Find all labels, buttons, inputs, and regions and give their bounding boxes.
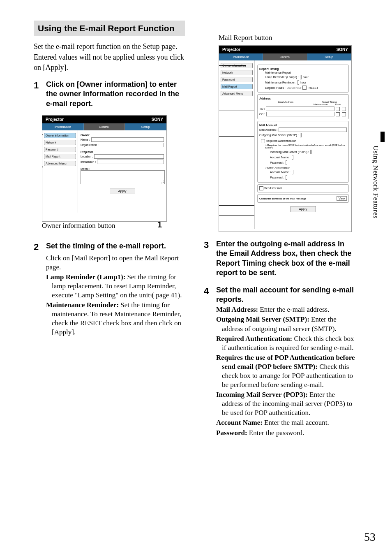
org-input	[100, 143, 164, 147]
side-network: Network	[221, 70, 253, 75]
side-tab-marker	[380, 132, 385, 142]
tab-setup: Setup	[125, 123, 166, 130]
name-label: Name :	[81, 138, 90, 141]
side-password: Password	[221, 77, 253, 82]
address-section: Address Email AddressReport TimingMainte…	[257, 94, 349, 119]
memo-input	[81, 170, 165, 184]
step-number: 4	[204, 285, 216, 438]
side-owner-info: Owner information	[44, 133, 76, 138]
side-advanced: Advanced Menu	[221, 91, 253, 96]
side-advanced: Advanced Menu	[44, 161, 76, 166]
loc-input	[94, 154, 164, 159]
side-network: Network	[44, 140, 76, 145]
section-heading: Using the E-mail Report Function	[34, 21, 185, 36]
step-2-lamp: Lamp Reminder (Lamp1): Set the timing fo…	[46, 273, 185, 300]
check-contents-section: Check the contents of the mail message V…	[257, 194, 349, 203]
loc-label: Location :	[81, 155, 93, 158]
side-password: Password	[44, 147, 76, 152]
intro-paragraph-1: Set the e-mail report function on the Se…	[34, 42, 185, 51]
tab-control: Control	[263, 53, 307, 60]
step-4-c: Required Authentication: Check this chec…	[216, 334, 355, 352]
apply-button: Apply	[291, 206, 316, 212]
page-number: 53	[364, 531, 376, 544]
report-timing-section: Report Timing Maintenance Report Lamp Re…	[257, 65, 349, 93]
side-mail-report: Mail Report	[221, 84, 253, 89]
screenshot-brand: Projector	[222, 47, 240, 52]
step-4-a: Mail Address: Enter the e-mail address.	[216, 305, 355, 314]
step-2-title: Set the timing of the e-mail report.	[46, 241, 185, 251]
step-4: 4 Set the mail account for sending e-mai…	[204, 285, 355, 438]
screenshot-sony: SONY	[152, 117, 163, 122]
step-2-text-a: Click on [Mail Report] to open the Mail …	[46, 254, 185, 272]
step-1-title: Click on [Owner information] to enter th…	[46, 80, 185, 109]
screenshot-sony: SONY	[337, 47, 348, 52]
step-4-e: Incoming Mail Server (POP3): Enter the a…	[216, 390, 355, 417]
owner-info-screenshot: Projector SONY Information Control Setup…	[42, 115, 167, 222]
tab-setup: Setup	[307, 53, 351, 60]
step-3-title: Enter the outgoing e-mail address in the…	[216, 239, 355, 278]
mail-account-section: Mail Account Mail Address : Outgoing Mai…	[257, 121, 349, 183]
step-4-d: Requires the use of POP Authentication b…	[216, 353, 355, 389]
intro-paragraph-2: Entered values will not be applied unles…	[34, 52, 185, 72]
callout-bracket	[42, 134, 43, 167]
owner-group: Owner	[81, 134, 164, 137]
screenshot-brand: Projector	[46, 117, 64, 122]
side-tab-text: Using Network Features	[371, 146, 380, 218]
inst-input	[97, 160, 164, 164]
tab-information: Information	[42, 123, 84, 130]
step-2: 2 Set the timing of the e-mail report. C…	[34, 241, 185, 337]
tab-information: Information	[219, 53, 263, 60]
mail-report-screenshot: Projector SONY Information Control Setup…	[219, 45, 352, 232]
mail-report-caption: Mail Report button	[219, 34, 355, 42]
owner-info-caption: Owner information button	[42, 222, 115, 229]
step-2-maint: Maintenance Reminder: Set the timing for…	[46, 301, 185, 337]
org-label: Organization :	[81, 144, 99, 146]
step-4-f: Account Name: Enter the mail account.	[216, 418, 355, 427]
apply-button: Apply	[110, 188, 135, 194]
send-test-section: Send test mail	[257, 184, 349, 192]
side-mail-report: Mail Report	[44, 154, 76, 159]
inst-label: Installation :	[81, 160, 96, 163]
side-tab: Using Network Features	[372, 132, 385, 255]
projector-group: Projector	[81, 151, 164, 153]
step-number: 3	[204, 239, 216, 278]
step-3: 3 Enter the outgoing e-mail address in t…	[204, 239, 355, 278]
step-1: 1 Click on [Owner information] to enter …	[34, 80, 185, 109]
step-4-b: Outgoing Mail Server (SMTP): Enter the a…	[216, 315, 355, 333]
name-input	[91, 137, 164, 142]
step-4-title: Set the mail account for sending e-mail …	[216, 285, 355, 305]
step-4-g: Password: Enter the password.	[216, 429, 355, 438]
step-number: 2	[34, 241, 46, 337]
step-number: 1	[34, 80, 46, 109]
callout-ref-1: 1	[157, 220, 162, 229]
tab-control: Control	[84, 123, 125, 130]
memo-label: Memo :	[81, 167, 164, 170]
